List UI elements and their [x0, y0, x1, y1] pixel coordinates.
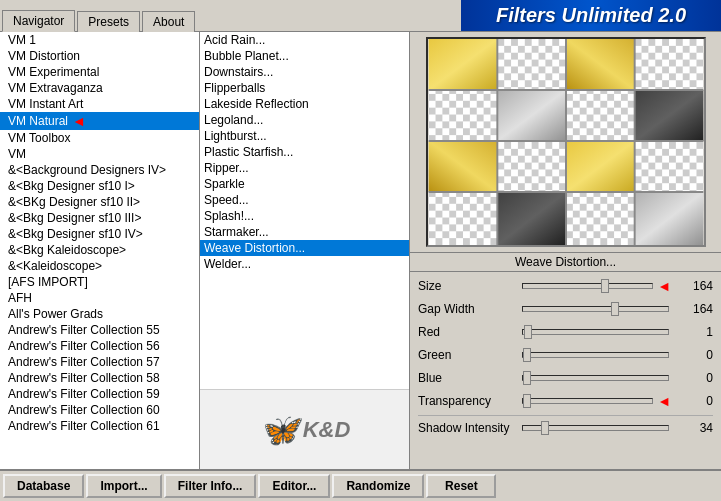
param-value: 0: [673, 371, 713, 385]
navigator-list[interactable]: VM 1VM DistortionVM ExperimentalVM Extra…: [0, 32, 199, 469]
param-row: Gap Width164: [418, 299, 713, 319]
filter-list[interactable]: Acid Rain...Bubble Planet...Downstairs..…: [200, 32, 409, 389]
editor-button[interactable]: Editor...: [258, 474, 330, 498]
filter-name-label: Weave Distortion...: [515, 255, 616, 269]
logo-area: 🦋 K&D: [200, 389, 409, 469]
list-item[interactable]: VM 1: [0, 32, 199, 48]
list-item[interactable]: Acid Rain...: [200, 32, 409, 48]
param-row: Size◄164: [418, 276, 713, 296]
svg-rect-8: [634, 39, 703, 90]
list-item[interactable]: AFH: [0, 290, 199, 306]
list-item[interactable]: VM Experimental: [0, 64, 199, 80]
tab-presets[interactable]: Presets: [77, 11, 140, 32]
params-area: Size◄164Gap Width164Red1Green0Blue0Trans…: [410, 272, 721, 469]
filter-name-bar: Weave Distortion...: [410, 252, 721, 272]
list-item[interactable]: VM Instant Art: [0, 96, 199, 112]
list-item[interactable]: Speed...: [200, 192, 409, 208]
list-item[interactable]: &<Bkg Designer sf10 I>: [0, 178, 199, 194]
list-item[interactable]: Downstairs...: [200, 64, 409, 80]
param-label: Transparency: [418, 394, 518, 408]
param-slider[interactable]: [522, 352, 669, 358]
list-item[interactable]: Weave Distortion...: [200, 240, 409, 256]
param-value: 164: [673, 279, 713, 293]
list-item[interactable]: VM Toolbox: [0, 130, 199, 146]
svg-rect-15: [566, 141, 635, 192]
shadow-label: Shadow Intensity: [418, 421, 518, 435]
list-item[interactable]: Andrew's Filter Collection 61: [0, 418, 199, 434]
svg-rect-14: [497, 141, 566, 192]
list-item[interactable]: Legoland...: [200, 112, 409, 128]
list-item[interactable]: VM Distortion: [0, 48, 199, 64]
preview-canvas: [426, 37, 706, 247]
filter-info-button[interactable]: Filter Info...: [164, 474, 257, 498]
list-item[interactable]: VM: [0, 146, 199, 162]
list-item[interactable]: Flipperballs: [200, 80, 409, 96]
param-slider[interactable]: [522, 306, 669, 312]
tab-bar: Navigator Presets About: [0, 0, 199, 31]
svg-rect-11: [566, 90, 635, 141]
param-value: 0: [673, 394, 713, 408]
list-item[interactable]: Andrew's Filter Collection 56: [0, 338, 199, 354]
right-panel: Weave Distortion... Size◄164Gap Width164…: [410, 32, 721, 469]
param-arrow-icon: ◄: [657, 393, 671, 409]
logo: 🦋 K&D: [259, 411, 351, 449]
list-item[interactable]: Ripper...: [200, 160, 409, 176]
list-item[interactable]: [AFS IMPORT]: [0, 274, 199, 290]
param-row: Blue0: [418, 368, 713, 388]
list-item[interactable]: VM Extravaganza: [0, 80, 199, 96]
param-label: Green: [418, 348, 518, 362]
shadow-value: 34: [673, 421, 713, 435]
param-label: Blue: [418, 371, 518, 385]
list-item[interactable]: Andrew's Filter Collection 57: [0, 354, 199, 370]
svg-rect-18: [497, 192, 566, 245]
param-slider[interactable]: [522, 329, 669, 335]
tab-about[interactable]: About: [142, 11, 195, 32]
list-item[interactable]: &<Background Designers IV>: [0, 162, 199, 178]
list-item[interactable]: All's Power Grads: [0, 306, 199, 322]
list-item[interactable]: Andrew's Filter Collection 60: [0, 402, 199, 418]
param-label: Red: [418, 325, 518, 339]
list-item[interactable]: &<BKg Designer sf10 II>: [0, 194, 199, 210]
list-item[interactable]: &<Bkg Kaleidoscope>: [0, 242, 199, 258]
bottom-toolbar: DatabaseImport...Filter Info...Editor...…: [0, 469, 721, 501]
list-item[interactable]: VM Natural◄: [0, 112, 199, 130]
import-button[interactable]: Import...: [86, 474, 161, 498]
param-slider[interactable]: [522, 398, 653, 404]
svg-rect-13: [428, 141, 497, 192]
list-item[interactable]: Lightburst...: [200, 128, 409, 144]
svg-rect-12: [634, 90, 703, 141]
param-value: 164: [673, 302, 713, 316]
list-item[interactable]: &<Bkg Designer sf10 IV>: [0, 226, 199, 242]
param-value: 1: [673, 325, 713, 339]
list-item[interactable]: Andrew's Filter Collection 59: [0, 386, 199, 402]
randomize-button[interactable]: Randomize: [332, 474, 424, 498]
param-slider[interactable]: [522, 283, 653, 289]
shadow-slider[interactable]: [522, 425, 669, 431]
list-item[interactable]: &<Bkg Designer sf10 III>: [0, 210, 199, 226]
list-item[interactable]: Sparkle: [200, 176, 409, 192]
list-item[interactable]: Splash!...: [200, 208, 409, 224]
svg-rect-20: [634, 192, 703, 245]
title-bar: Navigator Presets About Filters Unlimite…: [0, 0, 721, 32]
param-row: Red1: [418, 322, 713, 342]
list-item[interactable]: Plastic Starfish...: [200, 144, 409, 160]
shadow-row: Shadow Intensity34: [418, 415, 713, 435]
list-item[interactable]: Lakeside Reflection: [200, 96, 409, 112]
tab-navigator[interactable]: Navigator: [2, 10, 75, 32]
list-item[interactable]: Andrew's Filter Collection 55: [0, 322, 199, 338]
svg-rect-5: [428, 39, 497, 90]
svg-rect-10: [497, 90, 566, 141]
preview-area: [410, 32, 721, 252]
list-item[interactable]: Starmaker...: [200, 224, 409, 240]
reset-button[interactable]: Reset: [426, 474, 496, 498]
list-item[interactable]: Welder...: [200, 256, 409, 272]
database-button[interactable]: Database: [3, 474, 84, 498]
param-value: 0: [673, 348, 713, 362]
list-item[interactable]: Bubble Planet...: [200, 48, 409, 64]
filter-list-panel: Acid Rain...Bubble Planet...Downstairs..…: [200, 32, 410, 469]
list-item[interactable]: &<Kaleidoscope>: [0, 258, 199, 274]
param-label: Gap Width: [418, 302, 518, 316]
svg-rect-17: [428, 192, 497, 245]
param-slider[interactable]: [522, 375, 669, 381]
list-item[interactable]: Andrew's Filter Collection 58: [0, 370, 199, 386]
